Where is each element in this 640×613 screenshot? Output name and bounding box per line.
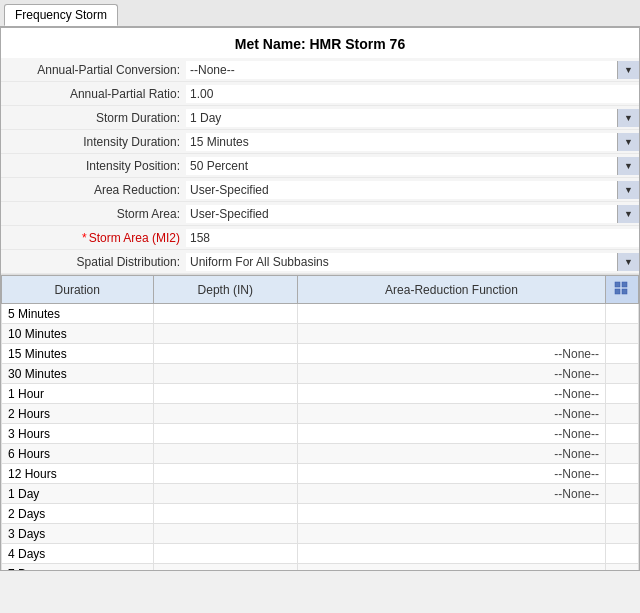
main-content: Met Name: HMR Storm 76 Annual-Partial Co… <box>0 27 640 571</box>
cell-duration-4: 1 Hour <box>2 384 154 404</box>
form-section: Annual-Partial Conversion:--None--Annual… <box>1 58 639 275</box>
cell-icon-4 <box>606 384 639 404</box>
label-annual-partial-conversion: Annual-Partial Conversion: <box>1 63 186 77</box>
col-arf: Area-Reduction Function <box>297 276 605 304</box>
table-row: 1 Day--None-- <box>2 484 639 504</box>
cell-duration-11: 3 Days <box>2 524 154 544</box>
select-wrapper-spatial-distribution[interactable]: Uniform For All Subbasins <box>186 253 639 271</box>
cell-arf-5[interactable]: --None-- <box>297 404 605 424</box>
table-row: 6 Hours--None-- <box>2 444 639 464</box>
cell-duration-3: 30 Minutes <box>2 364 154 384</box>
cell-duration-7: 6 Hours <box>2 444 154 464</box>
cell-icon-8 <box>606 464 639 484</box>
cell-icon-7 <box>606 444 639 464</box>
cell-depth-0[interactable] <box>153 304 297 324</box>
grid-icon[interactable] <box>612 279 632 299</box>
cell-arf-3[interactable]: --None-- <box>297 364 605 384</box>
select-wrapper-annual-partial-conversion[interactable]: --None-- <box>186 61 639 79</box>
cell-depth-10[interactable] <box>153 504 297 524</box>
cell-arf-4[interactable]: --None-- <box>297 384 605 404</box>
cell-icon-10 <box>606 504 639 524</box>
cell-arf-8[interactable]: --None-- <box>297 464 605 484</box>
cell-icon-11 <box>606 524 639 544</box>
select-spatial-distribution[interactable]: Uniform For All Subbasins <box>186 253 639 271</box>
met-name-label: Met Name: <box>235 36 306 52</box>
cell-icon-1 <box>606 324 639 344</box>
table-row: 15 Minutes--None-- <box>2 344 639 364</box>
select-wrapper-area-reduction[interactable]: User-Specified <box>186 181 639 199</box>
select-wrapper-storm-area[interactable]: User-Specified <box>186 205 639 223</box>
svg-rect-1 <box>622 282 627 287</box>
select-wrapper-storm-duration[interactable]: 1 Day <box>186 109 639 127</box>
label-intensity-position: Intensity Position: <box>1 159 186 173</box>
select-intensity-duration[interactable]: 15 Minutes <box>186 133 639 151</box>
cell-icon-6 <box>606 424 639 444</box>
cell-duration-5: 2 Hours <box>2 404 154 424</box>
col-depth: Depth (IN) <box>153 276 297 304</box>
svg-rect-3 <box>622 289 627 294</box>
label-annual-partial-ratio: Annual-Partial Ratio: <box>1 87 186 101</box>
table-wrapper[interactable]: Duration Depth (IN) Area-Reduction Funct… <box>1 275 639 570</box>
table-row: 7 Days <box>2 564 639 571</box>
select-annual-partial-conversion[interactable]: --None-- <box>186 61 639 79</box>
cell-arf-2[interactable]: --None-- <box>297 344 605 364</box>
select-area-reduction[interactable]: User-Specified <box>186 181 639 199</box>
cell-arf-13[interactable] <box>297 564 605 571</box>
tab-label: Frequency Storm <box>15 8 107 22</box>
cell-icon-3 <box>606 364 639 384</box>
cell-depth-12[interactable] <box>153 544 297 564</box>
cell-duration-6: 3 Hours <box>2 424 154 444</box>
label-intensity-duration: Intensity Duration: <box>1 135 186 149</box>
form-row-intensity-duration: Intensity Duration:15 Minutes <box>1 130 639 154</box>
col-icon[interactable] <box>606 276 639 304</box>
cell-arf-6[interactable]: --None-- <box>297 424 605 444</box>
select-wrapper-intensity-duration[interactable]: 15 Minutes <box>186 133 639 151</box>
cell-depth-6[interactable] <box>153 424 297 444</box>
input-storm-area-mi2[interactable] <box>186 229 639 247</box>
duration-table: Duration Depth (IN) Area-Reduction Funct… <box>1 275 639 570</box>
cell-depth-5[interactable] <box>153 404 297 424</box>
cell-arf-7[interactable]: --None-- <box>297 444 605 464</box>
select-wrapper-intensity-position[interactable]: 50 Percent <box>186 157 639 175</box>
cell-arf-9[interactable]: --None-- <box>297 484 605 504</box>
cell-arf-10[interactable] <box>297 504 605 524</box>
cell-depth-2[interactable] <box>153 344 297 364</box>
cell-depth-9[interactable] <box>153 484 297 504</box>
table-row: 5 Minutes <box>2 304 639 324</box>
cell-icon-2 <box>606 344 639 364</box>
label-storm-duration: Storm Duration: <box>1 111 186 125</box>
cell-duration-2: 15 Minutes <box>2 344 154 364</box>
cell-arf-11[interactable] <box>297 524 605 544</box>
cell-duration-8: 12 Hours <box>2 464 154 484</box>
cell-depth-7[interactable] <box>153 444 297 464</box>
form-row-storm-area-mi2: Storm Area (MI2) <box>1 226 639 250</box>
form-row-intensity-position: Intensity Position:50 Percent <box>1 154 639 178</box>
label-storm-area: Storm Area: <box>1 207 186 221</box>
cell-depth-8[interactable] <box>153 464 297 484</box>
cell-arf-12[interactable] <box>297 544 605 564</box>
select-intensity-position[interactable]: 50 Percent <box>186 157 639 175</box>
cell-arf-1[interactable] <box>297 324 605 344</box>
label-storm-area-mi2: Storm Area (MI2) <box>1 231 186 245</box>
table-row: 3 Days <box>2 524 639 544</box>
select-storm-duration[interactable]: 1 Day <box>186 109 639 127</box>
input-annual-partial-ratio[interactable] <box>186 85 639 103</box>
cell-depth-11[interactable] <box>153 524 297 544</box>
form-row-storm-area: Storm Area:User-Specified <box>1 202 639 226</box>
select-storm-area[interactable]: User-Specified <box>186 205 639 223</box>
form-row-spatial-distribution: Spatial Distribution:Uniform For All Sub… <box>1 250 639 274</box>
label-area-reduction: Area Reduction: <box>1 183 186 197</box>
table-row: 12 Hours--None-- <box>2 464 639 484</box>
form-row-area-reduction: Area Reduction:User-Specified <box>1 178 639 202</box>
cell-depth-1[interactable] <box>153 324 297 344</box>
table-row: 2 Hours--None-- <box>2 404 639 424</box>
cell-depth-3[interactable] <box>153 364 297 384</box>
col-duration: Duration <box>2 276 154 304</box>
cell-depth-4[interactable] <box>153 384 297 404</box>
table-row: 30 Minutes--None-- <box>2 364 639 384</box>
form-row-annual-partial-ratio: Annual-Partial Ratio: <box>1 82 639 106</box>
tab-bar: Frequency Storm <box>0 0 640 27</box>
cell-arf-0[interactable] <box>297 304 605 324</box>
cell-depth-13[interactable] <box>153 564 297 571</box>
tab-frequency-storm[interactable]: Frequency Storm <box>4 4 118 26</box>
